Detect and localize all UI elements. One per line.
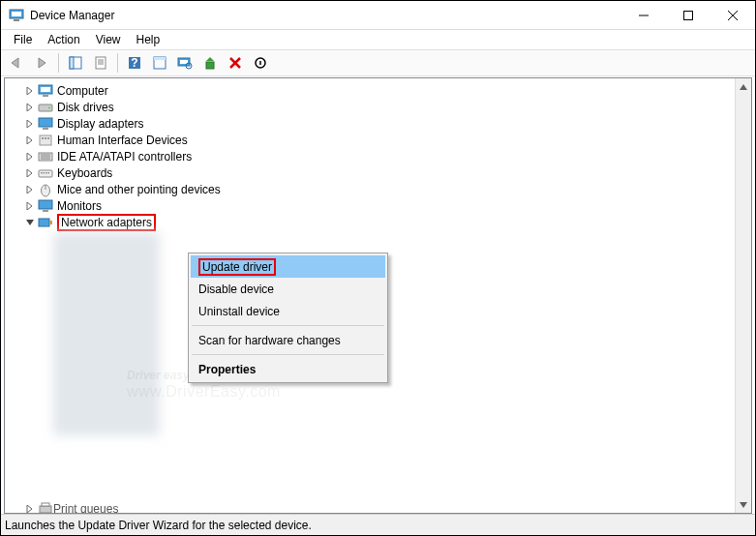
tree-label: Display adapters: [57, 117, 143, 131]
help-button[interactable]: ?: [123, 52, 146, 74]
svg-rect-32: [42, 137, 44, 139]
tree-label: Print queues: [53, 502, 118, 513]
statusbar-text: Launches the Update Driver Wizard for th…: [5, 519, 312, 532]
tree-label: Monitors: [57, 199, 102, 213]
expand-icon[interactable]: [24, 184, 36, 195]
context-properties[interactable]: Properties: [191, 358, 385, 380]
context-item-label: Disable device: [198, 283, 274, 296]
expand-icon[interactable]: [24, 200, 36, 212]
back-button[interactable]: [5, 52, 28, 74]
svg-rect-43: [48, 172, 50, 174]
svg-rect-34: [47, 137, 49, 139]
context-item-label: Scan for hardware changes: [198, 334, 341, 347]
svg-rect-8: [70, 57, 74, 69]
svg-rect-9: [96, 57, 106, 69]
tree-node-print-queues[interactable]: Print queues: [11, 502, 118, 513]
maximize-button[interactable]: [666, 1, 711, 30]
computer-icon: [38, 83, 53, 99]
tree-label: Keyboards: [57, 166, 112, 180]
svg-rect-31: [40, 135, 51, 145]
toolbar: ?: [1, 49, 755, 76]
svg-rect-50: [40, 506, 51, 513]
menu-action[interactable]: Action: [41, 31, 86, 48]
menu-file[interactable]: File: [7, 31, 39, 48]
menu-view[interactable]: View: [89, 31, 128, 48]
scroll-down-button[interactable]: [736, 496, 751, 513]
action-button[interactable]: [148, 52, 171, 74]
disk-icon: [38, 100, 53, 115]
vertical-scrollbar[interactable]: [735, 78, 751, 513]
svg-rect-46: [39, 200, 52, 209]
update-driver-button[interactable]: [198, 52, 222, 74]
svg-point-28: [48, 106, 50, 108]
minimize-button[interactable]: [621, 1, 666, 30]
expand-icon[interactable]: [24, 167, 36, 179]
tree-label: Computer: [57, 84, 108, 98]
svg-rect-16: [154, 57, 166, 60]
tree-node-disk-drives[interactable]: Disk drives: [11, 99, 735, 115]
disable-button[interactable]: [249, 52, 272, 74]
toolbar-separator: [58, 53, 59, 73]
tree-node-display-adapters[interactable]: Display adapters: [11, 115, 735, 132]
ide-icon: [38, 149, 53, 164]
svg-rect-41: [44, 172, 45, 174]
expand-icon[interactable]: [24, 503, 36, 513]
svg-rect-20: [206, 62, 214, 69]
context-item-label: Update driver: [198, 258, 276, 276]
menu-help[interactable]: Help: [130, 31, 167, 48]
network-adapter-children-blurred: [53, 232, 160, 435]
titlebar: Device Manager: [1, 1, 755, 30]
menubar: File Action View Help: [1, 30, 755, 49]
context-scan-hardware[interactable]: Scan for hardware changes: [191, 329, 385, 351]
tree-label: Mice and other pointing devices: [57, 183, 221, 196]
statusbar: Launches the Update Driver Wizard for th…: [1, 514, 755, 535]
tree-node-computer[interactable]: Computer: [11, 82, 735, 99]
tree-node-monitors[interactable]: Monitors: [11, 197, 735, 214]
hid-icon: [38, 133, 53, 148]
context-update-driver[interactable]: Update driver: [191, 255, 385, 278]
expand-icon[interactable]: [24, 102, 36, 113]
context-separator: [192, 354, 384, 355]
forward-button[interactable]: [30, 52, 53, 74]
properties-button[interactable]: [89, 52, 112, 74]
svg-rect-33: [45, 137, 46, 139]
svg-rect-49: [49, 221, 52, 224]
show-hide-console-button[interactable]: [64, 52, 87, 74]
tree-node-hid[interactable]: Human Interface Devices: [11, 132, 735, 148]
svg-rect-25: [41, 87, 50, 92]
svg-rect-48: [39, 219, 49, 226]
toolbar-separator: [117, 53, 118, 73]
uninstall-button[interactable]: [224, 52, 247, 74]
tree-label: IDE ATA/ATAPI controllers: [57, 150, 192, 164]
close-button[interactable]: [711, 1, 755, 30]
context-disable-device[interactable]: Disable device: [191, 278, 385, 300]
tree-node-ide[interactable]: IDE ATA/ATAPI controllers: [11, 148, 735, 164]
tree-node-mice[interactable]: Mice and other pointing devices: [11, 181, 735, 197]
collapse-icon[interactable]: [24, 217, 36, 228]
scroll-up-button[interactable]: [736, 78, 751, 95]
window-title: Device Manager: [30, 9, 621, 22]
expand-icon[interactable]: [24, 118, 36, 130]
tree-node-network-adapters[interactable]: Network adapters: [11, 214, 735, 230]
tree-label: Disk drives: [57, 101, 114, 114]
tree-label: Network adapters: [57, 214, 156, 231]
mouse-icon: [38, 182, 53, 197]
window-controls: [621, 1, 755, 30]
svg-rect-40: [41, 172, 43, 174]
svg-rect-4: [684, 11, 693, 19]
expand-icon[interactable]: [24, 85, 36, 97]
scan-hardware-button[interactable]: [173, 52, 197, 74]
expand-icon[interactable]: [24, 134, 36, 146]
device-manager-icon: [9, 8, 24, 23]
display-adapter-icon: [38, 116, 53, 132]
expand-icon[interactable]: [24, 151, 36, 163]
monitor-icon: [38, 198, 53, 214]
context-item-label: Properties: [198, 363, 256, 376]
keyboard-icon: [38, 165, 53, 181]
svg-rect-42: [45, 172, 47, 174]
svg-rect-2: [14, 19, 19, 21]
context-uninstall-device[interactable]: Uninstall device: [191, 300, 385, 322]
svg-rect-26: [43, 95, 48, 97]
tree-node-keyboards[interactable]: Keyboards: [11, 164, 735, 181]
svg-rect-1: [12, 12, 21, 16]
